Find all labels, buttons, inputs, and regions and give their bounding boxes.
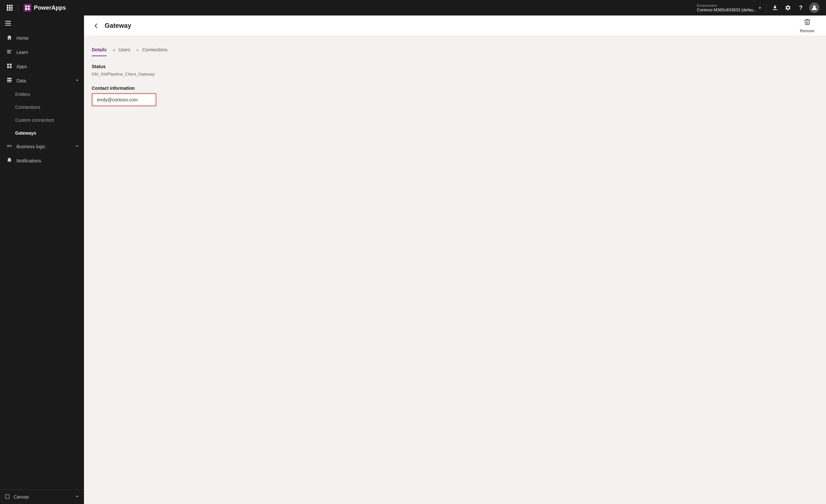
download-button[interactable] [769,2,781,13]
tab-connections-label: Connections [142,47,167,52]
sidebar-item-entities-label: Entities [15,92,30,97]
powerapps-icon [23,4,31,12]
sidebar-bottom: Canvas [0,490,84,504]
svg-rect-20 [7,66,9,68]
svg-rect-18 [7,64,9,66]
tab-users[interactable]: Users [119,44,130,56]
sidebar-item-connections[interactable]: Connections [0,101,84,114]
tab-users-label: Users [119,47,130,52]
sidebar-item-business-logic-label: Business logic [16,144,46,149]
environment-label: Environment [697,4,757,7]
svg-rect-9 [25,5,27,7]
svg-rect-15 [5,21,11,22]
trash-icon [804,18,811,27]
sidebar-menu-button[interactable] [0,15,84,31]
contact-section: Contact information [92,85,818,106]
remove-label: Remove [800,29,814,33]
notifications-icon [6,158,13,164]
svg-rect-21 [10,66,12,68]
data-icon [6,77,13,84]
svg-rect-6 [7,9,8,11]
svg-rect-0 [7,5,8,6]
tab-connections[interactable]: Connections [142,44,167,56]
svg-rect-13 [773,9,777,10]
status-label: Status [92,64,818,69]
svg-rect-10 [28,5,30,7]
app-name: PowerApps [34,4,66,11]
topbar-actions: ? [767,2,822,13]
svg-rect-1 [9,5,11,6]
sidebar-item-apps-label: Apps [16,64,27,69]
svg-rect-12 [28,8,30,10]
canvas-expand-icon [75,495,79,499]
sidebar-item-home[interactable]: Home [0,31,84,45]
env-chevron-icon: ▾ [759,5,761,10]
content-area: Details Users Connections Status DM_GWPi… [84,36,826,504]
business-logic-expand-icon [75,144,79,149]
canvas-label: Canvas [13,494,29,500]
user-avatar[interactable] [809,3,820,13]
contact-email-input[interactable] [92,93,156,106]
settings-button[interactable] [782,2,794,13]
sidebar-canvas-item[interactable]: Canvas [0,490,84,504]
svg-rect-26 [5,495,9,499]
main-content: Gateway Remove Details Users [84,15,826,504]
svg-rect-8 [11,9,13,11]
sidebar-item-learn[interactable]: Learn [0,45,84,59]
tab-details[interactable]: Details [92,44,107,56]
remove-button[interactable]: Remove [796,17,818,35]
sidebar-item-data-label: Data [16,78,26,83]
svg-rect-19 [10,64,12,66]
sidebar-item-data[interactable]: Data [0,74,84,88]
help-button[interactable]: ? [795,2,807,13]
apps-icon [6,63,13,70]
environment-name: Contoso M365x933833 (defau... [697,7,757,12]
sidebar-item-learn-label: Learn [16,50,28,55]
svg-point-14 [813,5,816,8]
svg-rect-2 [11,5,13,6]
learn-icon [6,49,13,56]
svg-rect-7 [9,9,11,11]
tab-separator-1 [113,49,115,51]
back-button[interactable] [92,21,101,30]
svg-rect-24 [7,82,12,82]
svg-rect-5 [11,7,13,9]
sidebar-item-apps[interactable]: Apps [0,59,84,74]
sidebar-item-connections-label: Connections [15,105,40,110]
sidebar-item-home-label: Home [16,36,28,41]
tab-separator-2 [137,49,138,51]
sidebar-item-gateways-label: Gateways [15,130,36,136]
sidebar-item-business-logic[interactable]: Business logic [0,139,84,154]
canvas-icon [5,494,10,500]
sidebar: Home Learn Apps Data [0,15,84,504]
contact-section-label: Contact information [92,85,818,91]
sidebar-item-notifications[interactable]: Notifications [0,154,84,168]
environment-selector[interactable]: Environment Contoso M365x933833 (defau..… [692,4,767,12]
svg-rect-22 [7,78,12,79]
sidebar-item-custom-connectors[interactable]: Custom connectors [0,114,84,127]
page-header-left: Gateway [92,21,131,30]
gateway-name: DM_GWPipeline_Client_Gateway [92,72,818,76]
home-icon [6,35,13,41]
svg-rect-16 [5,23,11,23]
tab-details-label: Details [92,47,107,52]
layout: Home Learn Apps Data [0,15,826,504]
status-section: Status DM_GWPipeline_Client_Gateway [92,64,818,76]
tabs: Details Users Connections [92,44,818,56]
svg-rect-17 [5,25,11,25]
app-logo: PowerApps [18,4,71,12]
sidebar-item-gateways[interactable]: Gateways [0,127,84,139]
waffle-button[interactable] [4,2,15,13]
svg-rect-23 [7,80,12,81]
svg-rect-3 [7,7,8,9]
sidebar-item-entities[interactable]: Entities [0,88,84,101]
business-logic-icon [6,143,13,150]
sidebar-item-custom-connectors-label: Custom connectors [15,118,54,123]
page-header: Gateway Remove [84,15,826,36]
svg-rect-4 [9,7,11,9]
data-expand-icon [75,78,79,83]
sidebar-item-notifications-label: Notifications [16,158,41,164]
svg-rect-11 [25,8,27,10]
page-title: Gateway [105,22,131,29]
topbar: PowerApps Environment Contoso M365x93383… [0,0,826,15]
